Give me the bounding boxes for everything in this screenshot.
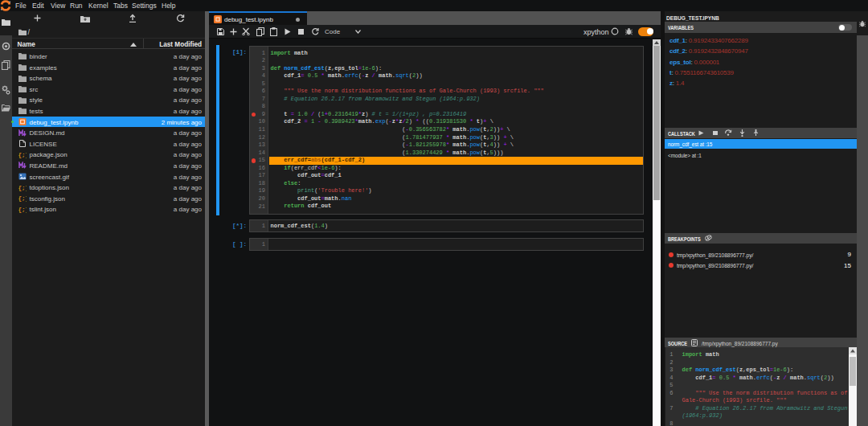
svg-text:{;}: {;} bbox=[18, 195, 27, 202]
svg-text:{;}: {;} bbox=[18, 152, 27, 158]
svg-text:{;}: {;} bbox=[18, 185, 27, 191]
svg-text:{;}: {;} bbox=[18, 207, 27, 213]
